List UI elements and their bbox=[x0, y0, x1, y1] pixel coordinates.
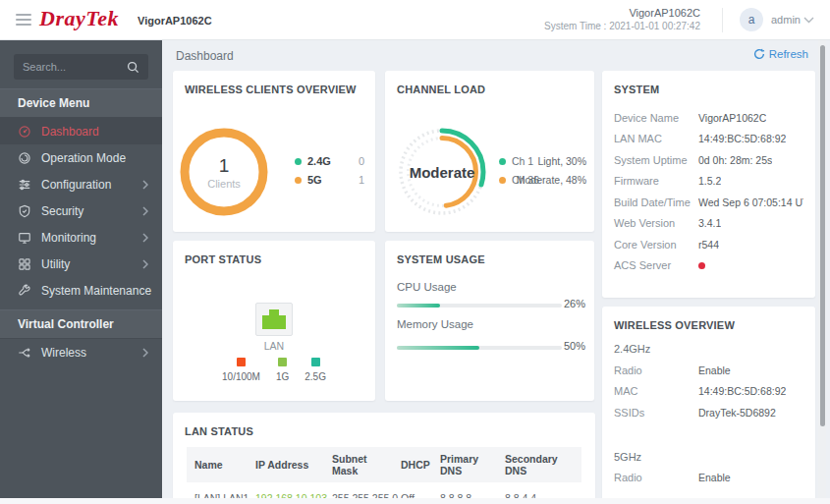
card-title: SYSTEM bbox=[602, 71, 815, 95]
legend-value-2-4g: 0 bbox=[359, 155, 364, 167]
refresh-button[interactable]: Refresh bbox=[753, 48, 808, 60]
system-row: Firmware1.5.2 bbox=[602, 171, 815, 193]
col-header: Secondary DNS bbox=[497, 447, 581, 482]
legend-5g: 5G bbox=[295, 174, 322, 186]
row-label: Device Name bbox=[614, 112, 698, 124]
row-label: System Uptime bbox=[614, 154, 698, 166]
legend-1g: 1G bbox=[276, 358, 289, 382]
sidebar-item-system-maintenance[interactable]: System Maintenance bbox=[0, 277, 162, 304]
chevron-down-icon[interactable] bbox=[803, 17, 814, 24]
card-title: LAN STATUS bbox=[173, 413, 595, 437]
refresh-icon bbox=[753, 48, 765, 60]
row-label: Core Version bbox=[614, 239, 698, 251]
band-name-5ghz: 5GHz bbox=[614, 451, 803, 463]
sidebar-item-operation-mode[interactable]: Operation Mode bbox=[0, 144, 162, 171]
row-label: Firmware bbox=[614, 175, 698, 187]
card-wireless-overview: WIRELESS OVERVIEW 2.4GHz RadioEnable MAC… bbox=[602, 307, 815, 504]
col-header: Name bbox=[187, 447, 248, 482]
sidebar-item-dashboard[interactable]: Dashboard bbox=[0, 118, 162, 144]
user-avatar[interactable]: a bbox=[740, 8, 763, 31]
row-label: Web Version bbox=[614, 217, 698, 229]
search-icon[interactable] bbox=[127, 61, 139, 74]
clients-total: 1 bbox=[219, 155, 230, 177]
legend-label: 1G bbox=[276, 371, 289, 382]
lan-port-icon bbox=[255, 303, 293, 336]
system-info-list: Device NameVigorAP1062C LAN MAC14:49:BC:… bbox=[602, 107, 815, 276]
search-input[interactable] bbox=[23, 61, 127, 73]
row-value: Enable bbox=[698, 364, 731, 376]
header-device-name: VigorAP1062C bbox=[544, 6, 700, 20]
band-row: MAC14:49:BC:5D:68:92 bbox=[602, 381, 815, 403]
channel-load-status: Moderate bbox=[393, 123, 491, 221]
chevron-right-icon bbox=[142, 348, 148, 358]
port-speed-legend: 10/100M 1G 2.5G bbox=[173, 358, 375, 382]
legend-dot bbox=[295, 177, 302, 184]
sidebar-item-monitoring[interactable]: Monitoring bbox=[0, 224, 162, 251]
grid-icon bbox=[18, 257, 31, 271]
legend-dot bbox=[295, 158, 302, 165]
header-divider bbox=[722, 8, 723, 32]
card-title: SYSTEM USAGE bbox=[385, 241, 594, 265]
monitor-icon bbox=[18, 231, 31, 245]
chevron-right-icon bbox=[142, 206, 148, 216]
sidebar-item-label: Security bbox=[41, 204, 83, 218]
legend-label: 2.4G bbox=[307, 155, 331, 167]
legend-label: 10/100M bbox=[222, 371, 260, 382]
col-header: IP Address bbox=[248, 447, 324, 482]
row-label: ACS Server bbox=[614, 259, 698, 271]
clients-donut-center: 1 Clients bbox=[177, 125, 271, 219]
sidebar-item-label: Operation Mode bbox=[41, 151, 126, 165]
band-5ghz-list: RadioEnable bbox=[602, 468, 815, 489]
chevron-right-icon bbox=[142, 180, 148, 190]
row-label: Radio bbox=[614, 472, 698, 483]
row-value: 0d 0h: 28m: 25s bbox=[698, 154, 772, 166]
card-system: SYSTEM Device NameVigorAP1062C LAN MAC14… bbox=[602, 71, 815, 298]
channel-load-value: Moderate, 48% bbox=[517, 174, 586, 186]
main-content: Dashboard Refresh WIRELESS CLIENTS OVERV… bbox=[162, 40, 830, 504]
card-channel-load: CHANNEL LOAD Moderate Ch 1 Light, 30% Ch… bbox=[385, 71, 594, 232]
band-2-4ghz-list: RadioEnable MAC14:49:BC:5D:68:92 SSIDsDr… bbox=[602, 360, 815, 423]
legend-value-5g: 1 bbox=[359, 174, 364, 186]
sidebar-item-label: Wireless bbox=[41, 346, 86, 360]
row-label: Build Date/Time bbox=[614, 196, 698, 208]
legend-ch1: Ch 1 bbox=[499, 155, 533, 167]
row-label: MAC bbox=[614, 385, 698, 397]
username-label[interactable]: admin bbox=[771, 14, 801, 26]
card-port-status: PORT STATUS LAN 10/100M 1G 2.5G bbox=[173, 241, 375, 401]
system-row: Core Versionr544 bbox=[602, 234, 815, 255]
band-row: SSIDsDrayTek-5D6892 bbox=[602, 402, 815, 423]
col-header: DHCP bbox=[393, 447, 432, 482]
sidebar-item-security[interactable]: Security bbox=[0, 197, 162, 224]
row-value: r544 bbox=[698, 239, 719, 251]
hamburger-menu-icon[interactable] bbox=[16, 14, 31, 26]
scrollbar-thumb[interactable] bbox=[820, 45, 825, 426]
vertical-scrollbar[interactable] bbox=[818, 40, 826, 504]
cpu-usage-value: 26% bbox=[564, 298, 585, 309]
sidebar-search bbox=[14, 54, 148, 80]
acs-status-dot bbox=[698, 262, 705, 269]
row-label: LAN MAC bbox=[614, 133, 698, 144]
operation-mode-icon bbox=[18, 151, 31, 165]
row-value: 14:49:BC:5D:68:92 bbox=[698, 133, 786, 144]
system-row: Build Date/TimeWed Sep 6 07:05:14 UTC 2 bbox=[602, 192, 815, 213]
wrench-icon bbox=[18, 284, 31, 298]
table-header-row: Name IP Address Subnet Mask DHCP Primary… bbox=[187, 447, 581, 482]
card-system-usage: SYSTEM USAGE CPU Usage 26% Memory Usage … bbox=[385, 241, 594, 401]
row-value: Wed Sep 6 07:05:14 UTC 2 bbox=[698, 196, 803, 208]
sidebar-item-utility[interactable]: Utility bbox=[0, 251, 162, 277]
cpu-usage-label: CPU Usage bbox=[397, 281, 457, 293]
breadcrumb: Dashboard bbox=[176, 49, 234, 63]
sliders-icon bbox=[18, 178, 31, 192]
legend-square bbox=[237, 358, 246, 366]
sidebar-item-wireless[interactable]: Wireless bbox=[0, 339, 162, 365]
draytek-logo: DrayTek bbox=[39, 6, 119, 31]
row-value: 14:49:BC:5D:68:92 bbox=[698, 385, 786, 397]
row-value: VigorAP1062C bbox=[698, 112, 766, 124]
row-label: Radio bbox=[614, 364, 698, 376]
device-model-label: VigorAP1062C bbox=[138, 15, 212, 27]
legend-square bbox=[278, 358, 287, 366]
shield-icon bbox=[18, 204, 31, 218]
sidebar-item-configuration[interactable]: Configuration bbox=[0, 171, 162, 197]
memory-usage-value: 50% bbox=[564, 340, 585, 352]
header-device-info: VigorAP1062C System Time : 2021-01-01 00… bbox=[544, 6, 700, 33]
